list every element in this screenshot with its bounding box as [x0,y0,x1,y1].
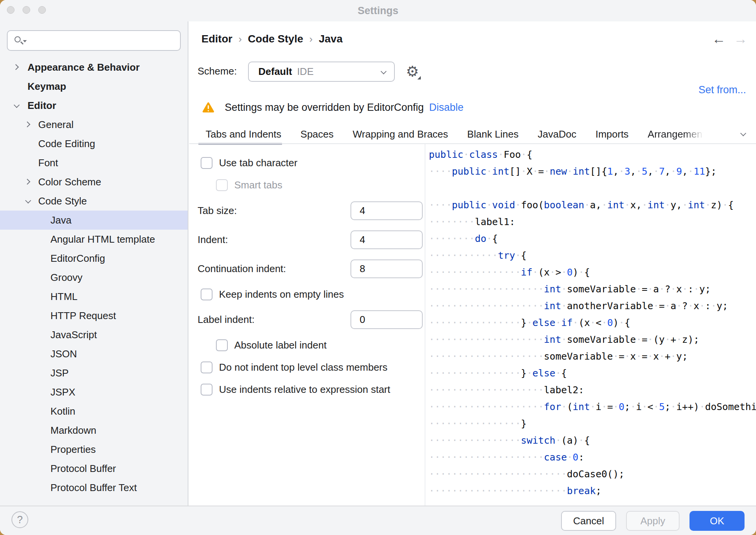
chevron-right-icon[interactable] [13,64,19,70]
help-button[interactable]: ? [11,511,28,528]
back-icon[interactable]: ← [712,32,726,46]
checkbox-label: Use tab character [219,157,297,169]
settings-sidebar: Appearance & BehaviorKeymapEditorGeneral… [0,21,188,506]
ok-button[interactable]: OK [689,511,745,531]
sidebar-item-java[interactable]: Java [0,211,188,230]
gear-icon[interactable]: ⚙ [403,63,422,81]
tab-label: Arrangement [648,126,705,142]
sidebar-item-html[interactable]: HTML [0,287,188,306]
chevron-right-icon[interactable] [24,122,31,128]
chevron-right-icon[interactable] [24,179,31,185]
checkbox-row-use-tab-character: Use tab character [201,154,297,172]
tab-label: Tabs and Indents [206,128,281,140]
checkbox-keep-indents-on-empty-lines[interactable] [201,289,213,300]
tab-arrangement[interactable]: Arrangement [648,126,705,144]
chevron-down-icon[interactable] [14,102,20,108]
set-from-link[interactable]: Set from... [698,84,746,96]
sidebar-item-appearance-behavior[interactable]: Appearance & Behavior [0,58,188,77]
field-label: Continuation indent: [198,263,286,275]
sidebar-item-jsp[interactable]: JSP [0,363,188,383]
code-line: ····public·int[]·X·=·new·int[]{1,·3,·5,·… [429,163,756,180]
tab-spaces[interactable]: Spaces [300,126,334,144]
input-label-indent[interactable]: 0 [350,310,423,329]
settings-tree: Appearance & BehaviorKeymapEditorGeneral… [0,58,188,497]
breadcrumb-item-editor[interactable]: Editor [201,33,232,45]
sidebar-item-json[interactable]: JSON [0,344,188,363]
sidebar-item-editorconfig[interactable]: EditorConfig [0,249,188,268]
code-line: ····················int·anotherVariable·… [429,298,756,315]
sidebar-item-label: General [38,119,74,131]
tab-wrapping-and-braces[interactable]: Wrapping and Braces [353,126,448,144]
checkbox-use-tab-character[interactable] [201,157,213,169]
sidebar-item-http-request[interactable]: HTTP Request [0,306,188,325]
code-line: ················}·else·if·(x·<·0)·{ [429,315,756,331]
cancel-button[interactable]: Cancel [561,511,616,531]
sidebar-item-label: Code Style [38,195,87,207]
tabs-overflow-chevron-icon[interactable] [740,130,746,136]
checkbox-row-keep-indents-on-empty-lines: Keep indents on empty lines [201,285,344,303]
sidebar-item-label: JavaScript [50,329,97,341]
sidebar-item-label: Protocol Buffer Text [50,482,137,494]
titlebar: Settings [0,0,756,21]
checkbox-label: Absolute label indent [234,339,326,351]
sidebar-item-code-style[interactable]: Code Style [0,191,188,211]
checkbox-row-absolute-label-indent: Absolute label indent [216,336,326,354]
sidebar-item-jspx[interactable]: JSPX [0,383,188,402]
sidebar-item-javascript[interactable]: JavaScript [0,325,188,344]
checkbox-row-use-indents-relative-to-expression-start: Use indents relative to expression start [201,380,390,399]
scheme-select[interactable]: Default IDE [248,62,395,82]
sidebar-item-protocol-buffer-text[interactable]: Protocol Buffer Text [0,478,188,497]
tabs-indents-form: Use tab characterSmart tabsTab size:4Ind… [189,144,425,506]
chevron-down-icon[interactable] [25,198,31,204]
tab-imports[interactable]: Imports [595,126,629,144]
sidebar-item-kotlin[interactable]: Kotlin [0,402,188,421]
sidebar-item-code-editing[interactable]: Code Editing [0,134,188,153]
sidebar-item-label: HTML [50,291,78,303]
sidebar-item-properties[interactable]: Properties [0,440,188,459]
code-line: ····················label2: [429,382,756,399]
breadcrumb-separator: › [232,33,248,45]
checkbox-use-indents-relative-to-expression-start[interactable] [201,384,213,396]
input-indent[interactable]: 4 [350,230,423,249]
sidebar-item-editor[interactable]: Editor [0,96,188,115]
search-input[interactable] [7,30,181,51]
code-line: ····················int·someVariable·=·(… [429,331,756,348]
tab-blank-lines[interactable]: Blank Lines [467,126,518,144]
sidebar-item-angular-html-template[interactable]: Angular HTML template [0,230,188,249]
chevron-down-icon [381,68,387,75]
sidebar-item-label: Angular HTML template [50,233,155,245]
input-tab-size[interactable]: 4 [350,201,423,220]
checkbox-absolute-label-indent[interactable] [216,339,228,351]
breadcrumb-item-code-style[interactable]: Code Style [248,33,303,45]
sidebar-item-keymap[interactable]: Keymap [0,77,188,96]
sidebar-item-groovy[interactable]: Groovy [0,268,188,287]
editorconfig-warning-banner: Settings may be overridden by EditorConf… [202,101,464,114]
checkbox-do-not-indent-top-level-class-members[interactable] [201,362,213,373]
code-line: ················} [429,415,756,432]
warning-icon [202,102,214,113]
disable-link[interactable]: Disable [429,102,464,113]
code-line: ····public·void·foo(boolean·a,·int·x,·in… [429,197,756,214]
tab-label: JavaDoc [538,128,576,140]
sidebar-item-markdown[interactable]: Markdown [0,421,188,440]
sidebar-item-protocol-buffer[interactable]: Protocol Buffer [0,459,188,478]
checkbox-label: Use indents relative to expression start [219,384,390,396]
apply-button: Apply [626,511,680,531]
search-icon[interactable] [15,36,24,45]
sidebar-item-label: JSPX [50,386,75,398]
code-line: ········do·{ [429,230,756,247]
scheme-suffix: IDE [297,66,313,78]
code-line: ········label1: [429,214,756,230]
tab-tabs-and-indents[interactable]: Tabs and Indents [206,126,281,144]
field-row-tab-size: Tab size:4 [198,201,425,220]
sidebar-item-color-scheme[interactable]: Color Scheme [0,172,188,191]
input-continuation-indent[interactable]: 8 [350,259,423,278]
code-line: ····················int·someVariable·=·a… [429,281,756,298]
tab-label: Spaces [300,128,334,140]
tab-javadoc[interactable]: JavaDoc [538,126,576,144]
code-preview-pane: public·class·Foo·{····public·int[]·X·=·n… [425,144,756,506]
sidebar-item-label: Appearance & Behavior [28,62,140,73]
sidebar-item-general[interactable]: General [0,115,188,134]
checkbox-label: Keep indents on empty lines [219,289,344,300]
sidebar-item-font[interactable]: Font [0,153,188,172]
